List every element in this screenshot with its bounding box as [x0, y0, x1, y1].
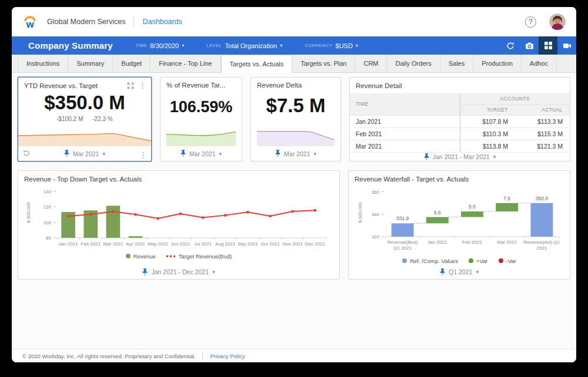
svg-text:7.5: 7.5 — [503, 196, 510, 201]
kpi-card-percent-revenue-target[interactable]: % of Revenue Tar... 106.59% Mar 2021 ▾ — [160, 77, 242, 161]
org-name: Global Modern Services — [47, 18, 125, 26]
tab-targets-vs-actuals[interactable]: Targets vs. Actuals — [221, 55, 293, 73]
user-avatar[interactable] — [549, 14, 566, 30]
svg-text:350.0: 350.0 — [536, 196, 549, 201]
card-title: % of Revenue Tar... — [166, 82, 225, 89]
help-icon[interactable]: ? — [525, 16, 536, 28]
caret-down-icon: ▾ — [493, 154, 496, 160]
tab-daily-orders[interactable]: Daily Orders — [387, 55, 440, 72]
revenue-detail-card: Revenue Detail TIME ACCOUNTS TARGET ACTU… — [349, 77, 570, 161]
tab-instructions[interactable]: Instructions — [18, 55, 68, 72]
table-row: Mar 2021$113.8 M$121.3 M — [350, 140, 570, 152]
refresh-icon[interactable] — [501, 36, 520, 55]
chart-legend: Ref. /Comp. Values+Var-Var — [349, 257, 570, 265]
svg-text:340: 340 — [372, 212, 380, 217]
dashboard-header: Company Summary TIME 8/30/2020 ▾ LEVEL T… — [12, 36, 576, 55]
svg-text:$,000,000: $,000,000 — [358, 202, 363, 223]
reset-history-icon[interactable] — [23, 150, 30, 158]
nav-dashboards-link[interactable]: Dashboards — [142, 18, 182, 26]
period-selector[interactable]: Mar 2021 ▾ — [64, 150, 105, 157]
page-title: Company Summary — [28, 41, 113, 51]
legend-item: Ref. /Comp. Values — [402, 258, 458, 264]
legend-item: Target Revenue(Bud) — [166, 253, 232, 260]
svg-text:Aug 2021: Aug 2021 — [215, 241, 236, 247]
svg-text:Jan 2021: Jan 2021 — [59, 241, 78, 247]
time-filter[interactable]: TIME 8/30/2020 ▾ — [135, 42, 184, 49]
cell-actual: $115.3 M — [515, 127, 570, 140]
bar-line-chart[interactable]: $,000,00080100120140Jan 2021Feb 2021Mar … — [23, 183, 335, 252]
svg-text:Apr 2021: Apr 2021 — [126, 241, 145, 247]
svg-text:80: 80 — [46, 235, 51, 241]
svg-text:w: w — [25, 19, 34, 30]
revenue-waterfall-chart-card: Revenue Waterfall - Target vs. Actuals $… — [348, 170, 570, 280]
tab-adhoc[interactable]: Adhoc — [522, 55, 557, 72]
svg-text:Feb 2021: Feb 2021 — [81, 241, 101, 247]
sparkline-chart — [18, 122, 151, 146]
svg-text:331.9: 331.9 — [396, 216, 409, 221]
period-selector[interactable]: Q1 2021 ▾ — [440, 268, 479, 276]
workday-logo-icon[interactable]: w — [21, 13, 39, 31]
tab-sales[interactable]: Sales — [440, 55, 474, 72]
svg-text:Mar 2021: Mar 2021 — [103, 241, 123, 247]
caret-down-icon: ▾ — [476, 269, 479, 275]
copyright-text: © 2020 Workday, Inc. All rights reserved… — [22, 353, 195, 359]
pin-icon — [64, 150, 69, 157]
period-selector[interactable]: Mar 2021 ▾ — [181, 150, 222, 157]
tab-crm[interactable]: CRM — [355, 55, 387, 72]
svg-text:Jul 2021: Jul 2021 — [194, 241, 212, 247]
tab-production[interactable]: Production — [473, 55, 522, 72]
kebab-menu-icon[interactable]: ⋮ — [139, 151, 147, 159]
caret-down-icon: ▾ — [212, 269, 215, 275]
video-icon[interactable] — [557, 36, 576, 55]
kpi-value: $7.5 M — [251, 95, 340, 117]
svg-text:Revenue(Act) Q1: Revenue(Act) Q1 — [523, 240, 560, 245]
svg-text:2021: 2021 — [537, 245, 547, 251]
period-selector[interactable]: Jan 2021 - Dec 2021 ▾ — [142, 268, 215, 276]
app-window: w Global Modern Services Dashboards ? Co… — [12, 7, 576, 362]
chart-title: Revenue Waterfall - Target vs. Actuals — [349, 171, 570, 183]
currency-filter[interactable]: CURRENCY $USD ▾ — [305, 42, 358, 49]
level-filter[interactable]: LEVEL Total Organization ▾ — [206, 42, 282, 49]
svg-text:Jan 2021: Jan 2021 — [427, 240, 447, 245]
kpi-card-revenue-delta[interactable]: Revenue Delta $7.5 M Mar 2021 ▾ — [250, 77, 341, 161]
expand-icon[interactable] — [127, 82, 134, 89]
cell-target: $110.3 M — [460, 127, 515, 140]
caret-down-icon: ▾ — [102, 151, 105, 157]
svg-text:5.6: 5.6 — [434, 210, 441, 216]
pin-icon — [181, 150, 186, 157]
divider — [202, 352, 203, 359]
period-selector[interactable]: Mar 2021 ▾ — [275, 150, 316, 157]
cell-time: Mar 2021 — [350, 140, 460, 152]
pin-icon — [440, 268, 445, 276]
tab-budget[interactable]: Budget — [113, 55, 151, 72]
cell-actual: $121.3 M — [515, 140, 570, 152]
sparkline-chart — [161, 116, 242, 146]
dashboard-grid-icon[interactable] — [539, 36, 557, 55]
svg-text:360: 360 — [372, 190, 380, 195]
svg-text:120: 120 — [44, 204, 52, 210]
waterfall-chart[interactable]: $,000,000320340360Revenue(Bud)Q1 2021Jan… — [355, 183, 564, 257]
caret-down-icon: ▾ — [280, 43, 282, 48]
kebab-menu-icon[interactable]: ⋮ — [139, 82, 146, 89]
svg-text:100: 100 — [44, 220, 52, 225]
tab-summary[interactable]: Summary — [68, 55, 113, 72]
card-title: Revenue Delta — [257, 82, 302, 89]
pin-icon — [142, 268, 148, 276]
camera-icon[interactable] — [520, 36, 539, 55]
pin-icon — [424, 153, 429, 161]
svg-text:Revenue(Bud): Revenue(Bud) — [387, 240, 418, 245]
tab-targets-vs-plan[interactable]: Targets vs. Plan — [292, 55, 355, 72]
svg-text:Dec 2021: Dec 2021 — [305, 241, 326, 247]
svg-text:Nov 2021: Nov 2021 — [283, 241, 303, 247]
kpi-value: $350.0 M — [18, 92, 151, 114]
card-title: Revenue Detail — [350, 78, 570, 93]
cell-time: Jan 2021 — [350, 115, 460, 127]
caret-down-icon: ▾ — [182, 43, 184, 48]
svg-text:Jun 2021: Jun 2021 — [171, 241, 190, 247]
privacy-policy-link[interactable]: Privacy Policy — [210, 353, 245, 359]
tab-finance-top-line[interactable]: Finance - Top Line — [151, 55, 220, 72]
kpi-card-ytd-revenue[interactable]: YTD Revenue vs. Target ⋮ $350.0 M -$100.… — [18, 77, 152, 161]
period-label: Jan 2021 - Dec 2021 — [151, 268, 208, 275]
period-label: Mar 2021 — [189, 150, 215, 157]
period-selector[interactable]: Jan 2021 - Mar 2021 ▾ — [424, 153, 496, 161]
